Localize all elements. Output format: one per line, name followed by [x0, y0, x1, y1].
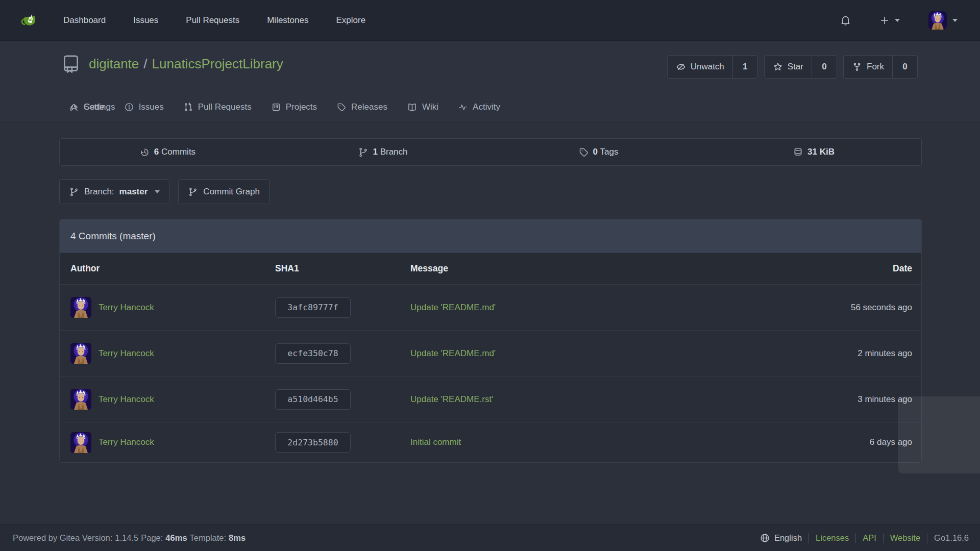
- commit-message-link[interactable]: Update 'README.md': [410, 348, 496, 358]
- repo-title: digitante/LunaticsProjectLibrary: [61, 54, 283, 73]
- commit-message-link[interactable]: Initial commit: [410, 437, 461, 447]
- divider: [855, 533, 856, 543]
- footer: Powered by Gitea Version: 1.14.5 Page: 4…: [0, 524, 980, 551]
- star-button[interactable]: Star 0: [764, 55, 837, 79]
- stars-count[interactable]: 0: [812, 56, 837, 78]
- branch-icon: [69, 187, 79, 197]
- chevron-down-icon: [155, 190, 160, 193]
- commit-sha-button[interactable]: 3afc89777f: [275, 297, 351, 318]
- commit-row: Terry Hancock 3afc89777f Update 'README.…: [60, 285, 921, 331]
- author-name-link[interactable]: Terry Hancock: [99, 303, 154, 313]
- chevron-down-icon: [952, 19, 958, 22]
- author-avatar[interactable]: [70, 297, 91, 318]
- nav-item-pull-requests[interactable]: Pull Requests: [186, 15, 239, 26]
- stat-branches[interactable]: 1 Branch: [275, 139, 491, 165]
- author-name-link[interactable]: Terry Hancock: [99, 437, 154, 447]
- commit-sha-button[interactable]: 2d273b5880: [275, 432, 351, 453]
- breadcrumb: digitante/LunaticsProjectLibrary: [89, 56, 283, 72]
- tab-settings-wrap: Settings: [69, 92, 913, 122]
- branch-selector-dropdown[interactable]: Branch: master: [59, 179, 169, 204]
- commits-table-header: Author SHA1 Message Date: [60, 253, 921, 285]
- commits-table: 4 Commits (master) Author SHA1 Message D…: [59, 219, 922, 463]
- branch-icon: [358, 147, 369, 158]
- branch-icon: [188, 187, 198, 197]
- footer-version-info: Powered by Gitea Version: 1.14.5 Page: 4…: [13, 533, 246, 543]
- repo-owner-link[interactable]: digitante: [89, 56, 139, 71]
- nav-item-issues[interactable]: Issues: [133, 15, 158, 26]
- divider: [883, 533, 884, 543]
- author-name-link[interactable]: Terry Hancock: [99, 348, 154, 359]
- commit-date: 2 minutes ago: [857, 348, 912, 359]
- commit-sha-button[interactable]: a510d464b5: [275, 389, 351, 410]
- nav-item-milestones[interactable]: Milestones: [267, 15, 308, 26]
- commit-message-link[interactable]: Update 'README.rst': [410, 394, 493, 404]
- footer-links: English Licenses API Website Go1.16.6: [760, 533, 969, 543]
- database-icon: [793, 147, 803, 158]
- stat-size[interactable]: 31 KiB: [706, 139, 921, 165]
- licenses-link[interactable]: Licenses: [816, 533, 849, 543]
- col-message: Message: [410, 263, 893, 274]
- plus-icon: [879, 15, 890, 26]
- stat-tags[interactable]: 0 Tags: [491, 139, 706, 165]
- col-sha1: SHA1: [275, 263, 410, 274]
- unwatch-button[interactable]: Unwatch 1: [667, 55, 758, 79]
- commit-sha-button[interactable]: ecfe350c78: [275, 343, 351, 364]
- tag-icon: [578, 147, 589, 158]
- commits-table-title: 4 Commits (master): [60, 219, 921, 253]
- eye-slash-icon: [676, 62, 686, 72]
- commit-message-link[interactable]: Update 'README.md': [410, 303, 496, 312]
- watchers-count[interactable]: 1: [732, 56, 757, 78]
- language-dropdown[interactable]: English: [760, 533, 802, 543]
- api-link[interactable]: API: [863, 533, 876, 543]
- divider: [808, 533, 809, 543]
- commits-toolbar: Branch: master Commit Graph: [59, 179, 270, 204]
- gitea-logo[interactable]: [20, 11, 39, 30]
- website-link[interactable]: Website: [890, 533, 920, 543]
- author-name-link[interactable]: Terry Hancock: [99, 394, 154, 405]
- fork-icon: [852, 62, 862, 72]
- repo-book-icon: [61, 54, 81, 73]
- nav-item-dashboard[interactable]: Dashboard: [63, 15, 106, 26]
- user-avatar: [928, 11, 947, 30]
- screen-overlay-artifact: [898, 396, 980, 473]
- repo-header: digitante/LunaticsProjectLibrary Unwatch…: [0, 41, 980, 122]
- col-author: Author: [70, 263, 275, 274]
- history-icon: [139, 147, 150, 158]
- forks-count[interactable]: 0: [892, 56, 917, 78]
- fork-button[interactable]: Fork 0: [843, 55, 918, 79]
- nav-item-explore[interactable]: Explore: [336, 15, 365, 26]
- repo-name-link[interactable]: LunaticsProjectLibrary: [152, 56, 283, 71]
- user-menu[interactable]: [928, 11, 958, 30]
- globe-icon: [760, 533, 770, 543]
- top-navbar: Dashboard Issues Pull Requests Milestone…: [0, 0, 980, 41]
- navbar-right: [840, 11, 958, 30]
- commit-row: Terry Hancock ecfe350c78 Update 'README.…: [60, 331, 921, 377]
- tools-icon: [69, 102, 79, 112]
- go-version: Go1.16.6: [934, 533, 969, 543]
- author-avatar[interactable]: [70, 432, 91, 453]
- author-avatar[interactable]: [70, 389, 91, 410]
- divider: [927, 533, 927, 543]
- stat-commits[interactable]: 6 Commits: [60, 139, 275, 165]
- col-date: Date: [893, 263, 912, 274]
- commit-graph-button[interactable]: Commit Graph: [178, 179, 270, 204]
- author-avatar[interactable]: [70, 343, 91, 364]
- create-new-dropdown[interactable]: [879, 15, 900, 26]
- notifications-bell-icon[interactable]: [840, 14, 851, 26]
- chevron-down-icon: [895, 19, 900, 22]
- repo-actions: Unwatch 1 Star 0 Fork 0: [667, 55, 918, 79]
- main-menu: Dashboard Issues Pull Requests Milestone…: [63, 15, 365, 26]
- breadcrumb-separator: /: [143, 56, 147, 71]
- star-icon: [773, 62, 783, 72]
- commit-row: Terry Hancock 2d273b5880 Initial commit …: [60, 422, 921, 462]
- commit-row: Terry Hancock a510d464b5 Update 'README.…: [60, 377, 921, 422]
- repo-stats-bar: 6 Commits 1 Branch 0 Tags 31 KiB: [59, 138, 922, 166]
- commit-date: 56 seconds ago: [851, 303, 912, 313]
- tab-settings[interactable]: Settings: [69, 92, 115, 122]
